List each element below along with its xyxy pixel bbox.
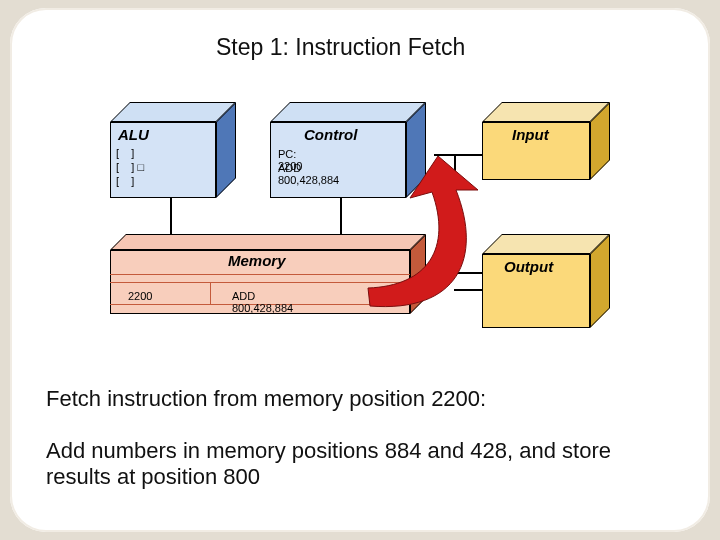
memory-label: Memory <box>228 252 286 269</box>
output-label: Output <box>504 258 553 275</box>
memory-divider <box>210 282 211 304</box>
slide-card: Step 1: Instruction Fetch ALU [ ] [ ] □ … <box>10 8 710 532</box>
slide-title: Step 1: Instruction Fetch <box>216 34 682 61</box>
alu-registers: [ ] [ ] □ [ ] <box>116 146 144 188</box>
description-line-2: Add numbers in memory positions 884 and … <box>46 438 646 490</box>
connector <box>454 154 456 274</box>
input-label: Input <box>512 126 549 143</box>
connector <box>454 289 484 291</box>
description-line-1: Fetch instruction from memory position 2… <box>46 386 486 412</box>
memory-instruction: ADD 800,428,884 <box>232 290 293 314</box>
control-instruction: ADD 800,428,884 <box>278 162 339 186</box>
cpu-diagram: ALU [ ] [ ] □ [ ] Control PC: 2200 ADD 8… <box>110 94 620 354</box>
memory-address: 2200 <box>128 290 152 302</box>
connector <box>340 198 342 238</box>
connector <box>426 272 484 274</box>
connector <box>434 154 484 156</box>
connector <box>170 198 172 238</box>
alu-label: ALU <box>118 126 149 143</box>
control-label: Control <box>304 126 357 143</box>
